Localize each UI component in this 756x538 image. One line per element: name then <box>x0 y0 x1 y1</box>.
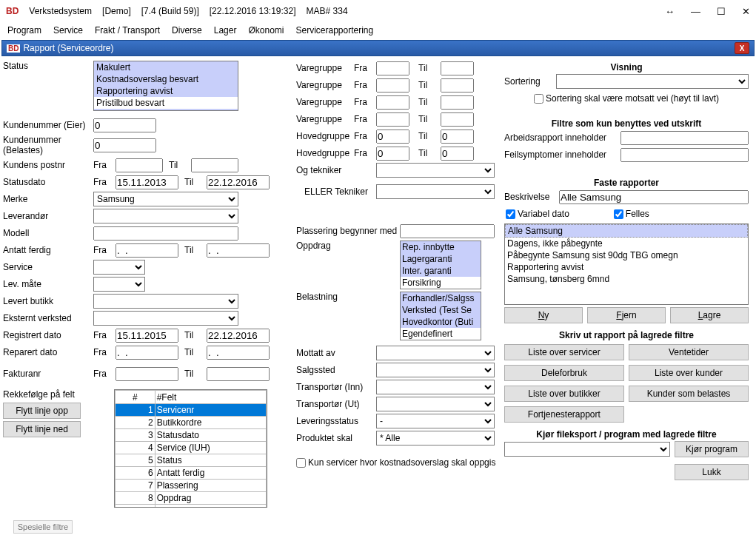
move-up-button[interactable]: Flytt linje opp <box>3 403 81 419</box>
minimize-icon[interactable]: — <box>691 6 700 17</box>
reports-listbox[interactable]: Alle Samsung Dagens, ikke påbegynte Påbe… <box>504 223 749 305</box>
close-icon[interactable]: ✕ <box>742 6 750 17</box>
repdato-til-input[interactable] <box>207 346 270 360</box>
status-item[interactable]: Kostnadsoverslag besvart <box>94 73 238 85</box>
report-item[interactable]: Påbegynte Samsung sist 90dg TBG omegn <box>505 249 748 261</box>
menu-diverse[interactable]: Diverse <box>172 25 202 36</box>
kundenr-bel-input[interactable] <box>93 138 156 152</box>
status-item[interactable]: Pristilbud besvart <box>94 97 238 109</box>
liste-servicer-button[interactable]: Liste over servicer <box>504 344 624 360</box>
modell-input[interactable] <box>93 226 238 241</box>
menu-service[interactable]: Service <box>53 25 83 36</box>
vg1-til[interactable] <box>441 61 474 75</box>
deleforbruk-button[interactable]: Deleforbruk <box>504 365 624 381</box>
kjor-button[interactable]: Kjør program <box>675 441 749 457</box>
kunder-belastes-button[interactable]: Kunder som belastes <box>629 386 749 402</box>
belast-listbox[interactable]: Forhandler/Salgss Verksted (Test Se Hove… <box>400 292 481 340</box>
status-item[interactable]: Rapportering avvist <box>94 85 238 97</box>
move-down-button[interactable]: Flytt linje ned <box>3 421 81 437</box>
liste-kunder-button[interactable]: Liste over kunder <box>629 365 749 381</box>
table-row[interactable]: 4Service (IUH) <box>116 442 267 454</box>
fakturanr-fra-input[interactable] <box>116 367 178 381</box>
vg3-fra[interactable] <box>376 95 409 110</box>
table-row[interactable]: 8Oppdrag <box>116 492 267 505</box>
regdato-fra-input[interactable] <box>116 329 178 343</box>
table-row[interactable]: 6Antatt ferdig <box>116 467 267 480</box>
fjern-button[interactable]: Fjern <box>587 307 666 323</box>
antatt-til-input[interactable] <box>207 243 270 258</box>
vdato-checkbox[interactable] <box>506 209 515 219</box>
statusdato-fra-input[interactable] <box>116 175 178 189</box>
resize-icon[interactable]: ↔ <box>665 6 675 17</box>
report-item[interactable]: Dagens, ikke påbegynte <box>505 238 748 249</box>
table-row[interactable]: 2Butikkordre <box>116 417 267 429</box>
menu-lager[interactable]: Lager <box>214 25 237 36</box>
table-row[interactable]: 1Servicenr <box>116 404 267 417</box>
sortrev-checkbox[interactable] <box>534 94 543 104</box>
hg2-til[interactable] <box>441 147 474 161</box>
hg1-fra[interactable] <box>376 130 409 144</box>
sortering-select[interactable] <box>556 74 749 89</box>
menu-program[interactable]: Program <box>7 25 41 36</box>
eksport-select[interactable] <box>504 442 670 457</box>
trut-select[interactable] <box>376 397 495 411</box>
lever-select[interactable] <box>93 209 238 223</box>
liste-butikker-button[interactable]: Liste over butikker <box>504 386 624 402</box>
service-select[interactable] <box>93 260 145 275</box>
feilsymp-input[interactable] <box>620 148 749 162</box>
vg2-fra[interactable] <box>376 78 409 93</box>
vg4-fra[interactable] <box>376 112 409 127</box>
salg-select[interactable] <box>376 363 495 377</box>
menu-okonomi[interactable]: Økonomi <box>248 25 284 36</box>
oppdrag-listbox[interactable]: Rep. innbytte Lagergaranti Inter. garant… <box>400 241 481 289</box>
ny-button[interactable]: Ny <box>504 307 583 323</box>
beskriv-input[interactable] <box>559 190 749 204</box>
levbutikk-select[interactable] <box>93 294 238 309</box>
felles-checkbox[interactable] <box>614 209 623 219</box>
levstatus-select[interactable]: - <box>376 414 495 428</box>
fakturanr-til-input[interactable] <box>207 367 270 381</box>
kundenr-eier-input[interactable] <box>93 118 156 132</box>
trinn-select[interactable] <box>376 380 495 394</box>
status-item[interactable]: Makulert <box>94 61 238 73</box>
lukk-button[interactable]: Lukk <box>675 464 749 480</box>
menu-servicerapp[interactable]: Servicerapportering <box>295 25 373 36</box>
postnr-fra-input[interactable] <box>116 158 163 172</box>
hg1-til[interactable] <box>441 130 474 144</box>
plass-input[interactable] <box>400 224 495 238</box>
merke-select[interactable]: Samsung <box>93 192 238 206</box>
ekstverk-select[interactable] <box>93 311 238 326</box>
vg2-til[interactable] <box>441 78 474 93</box>
report-item[interactable]: Samsung, tønsberg 6mnd <box>505 273 748 285</box>
regdato-til-input[interactable] <box>207 329 270 343</box>
order-table-container[interactable]: ##Felt 1Servicenr 2Butikkordre 3Statusda… <box>114 389 267 508</box>
prodskal-select[interactable]: * Alle <box>376 431 495 445</box>
table-row[interactable] <box>116 505 267 508</box>
report-item[interactable]: Alle Samsung <box>505 224 748 238</box>
report-item[interactable]: Rapportering avvist <box>505 261 748 273</box>
table-row[interactable]: 5Status <box>116 454 267 467</box>
status-listbox[interactable]: Makulert Kostnadsoverslag besvart Rappor… <box>93 61 238 111</box>
maximize-icon[interactable]: ☐ <box>717 6 726 17</box>
arbeids-input[interactable] <box>620 131 749 145</box>
lagre-button[interactable]: Lagre <box>670 307 749 323</box>
statusdato-til-input[interactable] <box>207 175 270 189</box>
vg3-til[interactable] <box>441 95 474 110</box>
mottatt-select[interactable] <box>376 346 495 360</box>
levmate-select[interactable] <box>93 277 145 292</box>
table-row[interactable]: 7Plassering <box>116 480 267 492</box>
fortjeneste-button[interactable]: Fortjenesterapport <box>504 406 624 423</box>
table-row[interactable]: 3Statusdato <box>116 429 267 442</box>
subwindow-close-icon[interactable]: X <box>735 42 749 54</box>
vg4-til[interactable] <box>441 112 474 127</box>
kunserv-checkbox[interactable] <box>296 458 306 468</box>
ventetider-button[interactable]: Ventetider <box>629 344 749 360</box>
antatt-fra-input[interactable] <box>116 243 178 258</box>
vg1-fra[interactable] <box>376 61 409 75</box>
menu-frakt[interactable]: Frakt / Transport <box>95 25 160 36</box>
hg2-fra[interactable] <box>376 147 409 161</box>
ellertek-select[interactable] <box>376 184 495 199</box>
ogtek-select[interactable] <box>376 163 495 178</box>
spesielle-filtre-button[interactable]: Spesielle filtre <box>13 520 73 534</box>
repdato-fra-input[interactable] <box>116 346 178 360</box>
